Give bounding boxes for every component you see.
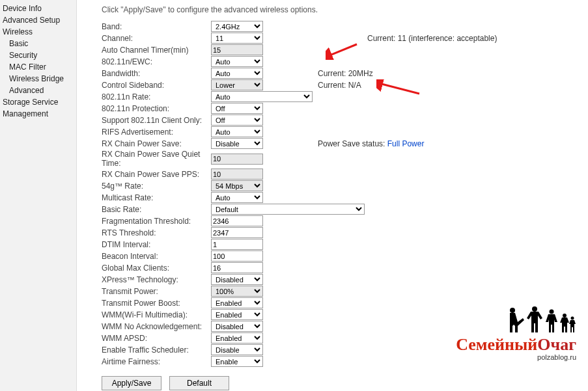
aux-bw: Current: 20MHz <box>318 69 373 78</box>
label-ctrlsb: Control Sideband: <box>102 81 211 90</box>
label-maxc: Global Max Clients: <box>102 263 211 273</box>
label-wmmap: WMM APSD: <box>102 334 211 343</box>
select-xpress[interactable]: Disabled <box>211 274 263 285</box>
label-frag: Fragmentation Threshold: <box>102 217 211 226</box>
input-frag[interactable] <box>211 215 263 226</box>
sidebar-item-storage-service[interactable]: Storage Service <box>0 96 76 108</box>
label-beacon: Beacon Interval: <box>102 252 211 261</box>
row-maxc: Global Max Clients: <box>102 262 578 273</box>
row-txpb: Transmit Power Boost:Enabled <box>102 297 578 308</box>
label-g54: 54g™ Rate: <box>102 182 211 191</box>
select-g54: 54 Mbps <box>211 180 263 191</box>
aux-channel: Current: 11 (interference: acceptable) <box>367 34 497 43</box>
label-wmmna: WMM No Acknowledgement: <box>102 322 211 331</box>
label-channel: Channel: <box>102 34 211 43</box>
label-rxps: RX Chain Power Save: <box>102 139 211 148</box>
input-rxpps <box>211 169 263 180</box>
default-button[interactable]: Default <box>169 376 229 390</box>
input-dtim[interactable] <box>211 239 263 250</box>
row-rxps: RX Chain Power Save:DisablePower Save st… <box>102 138 578 149</box>
input-maxc[interactable] <box>211 262 263 273</box>
sidebar-item-mac-filter[interactable]: MAC Filter <box>0 61 76 73</box>
sidebar-item-basic[interactable]: Basic <box>0 38 76 49</box>
sidebar-item-security[interactable]: Security <box>0 49 76 61</box>
label-rxpsq: RX Chain Power Save Quiet Time: <box>102 150 211 168</box>
label-rts: RTS Threshold: <box>102 228 211 237</box>
select-nprot[interactable]: Off <box>211 103 263 114</box>
row-rifs: RIFS Advertisement:Auto <box>102 126 578 137</box>
label-ewc: 802.11n/EWC: <box>102 57 211 66</box>
row-wmmna: WMM No Acknowledgement:Disabled <box>102 321 578 332</box>
select-ewc[interactable]: Auto <box>211 56 263 67</box>
sidebar-item-advanced[interactable]: Advanced <box>0 85 76 96</box>
select-txp: 100% <box>211 286 263 297</box>
row-ets: Enable Traffic Scheduler:Disable <box>102 344 578 355</box>
label-autochan: Auto Channel Timer(min) <box>102 46 211 55</box>
row-nprot: 802.11n Protection:Off <box>102 103 578 114</box>
row-nclient: Support 802.11n Client Only:Off <box>102 115 578 126</box>
label-brate: Basic Rate: <box>102 205 211 214</box>
input-beacon[interactable] <box>211 250 263 262</box>
select-wmmna[interactable]: Disabled <box>211 321 263 332</box>
main-panel: Click "Apply/Save" to configure the adva… <box>77 0 588 391</box>
label-txp: Transmit Power: <box>102 287 211 296</box>
sidebar-item-device-info[interactable]: Device Info <box>0 3 76 14</box>
select-rifs[interactable]: Auto <box>211 126 263 137</box>
select-nclient[interactable]: Off <box>211 115 263 126</box>
select-wmm[interactable]: Enabled <box>211 309 263 320</box>
apply-save-button[interactable]: Apply/Save <box>102 376 161 390</box>
sidebar-item-management[interactable]: Management <box>0 108 76 120</box>
row-bw: Bandwidth:AutoCurrent: 20MHz <box>102 68 578 79</box>
label-txpb: Transmit Power Boost: <box>102 299 211 308</box>
label-dtim: DTIM Interval: <box>102 240 211 249</box>
select-wmmap[interactable]: Enabled <box>211 332 263 344</box>
row-rts: RTS Threshold: <box>102 227 578 238</box>
select-txpb[interactable]: Enabled <box>211 297 263 308</box>
select-band[interactable]: 2.4GHz <box>211 21 263 32</box>
label-bw: Bandwidth: <box>102 69 211 78</box>
select-af[interactable]: Enable <box>211 356 263 367</box>
row-rxpps: RX Chain Power Save PPS: <box>102 169 578 180</box>
row-ctrlsb: Control Sideband:LowerCurrent: N/A <box>102 79 578 90</box>
input-rxpsq <box>211 154 263 165</box>
label-xpress: XPress™ Technology: <box>102 275 211 284</box>
row-rxpsq: RX Chain Power Save Quiet Time: <box>102 150 578 168</box>
label-rxpps: RX Chain Power Save PPS: <box>102 170 211 179</box>
row-band: Band:2.4GHz <box>102 21 578 32</box>
select-rxps[interactable]: Disable <box>211 138 263 149</box>
label-band: Band: <box>102 22 211 31</box>
label-af: Airtime Fairness: <box>102 357 211 366</box>
row-wmmap: WMM APSD:Enabled <box>102 332 578 344</box>
row-nrate: 802.11n Rate:Auto <box>102 91 578 102</box>
row-xpress: XPress™ Technology:Disabled <box>102 274 578 285</box>
input-autochan <box>211 44 263 55</box>
row-channel: Channel:11Current: 11 (interference: acc… <box>102 33 578 44</box>
select-brate[interactable]: Default <box>211 204 365 215</box>
row-af: Airtime Fairness:Enable <box>102 356 578 367</box>
select-mcast[interactable]: Auto <box>211 192 263 203</box>
label-wmm: WMM(Wi-Fi Multimedia): <box>102 310 211 319</box>
label-nrate: 802.11n Rate: <box>102 92 211 101</box>
label-nclient: Support 802.11n Client Only: <box>102 116 211 125</box>
link-rxps[interactable]: Full Power <box>387 139 425 148</box>
sidebar-item-wireless-bridge[interactable]: Wireless Bridge <box>0 73 76 85</box>
select-ets[interactable]: Disable <box>211 344 263 355</box>
select-channel[interactable]: 11 <box>211 33 263 44</box>
label-rifs: RIFS Advertisement: <box>102 128 211 137</box>
select-nrate[interactable]: Auto <box>211 91 313 102</box>
settings-form: Band:2.4GHzChannel:11Current: 11 (interf… <box>102 21 578 367</box>
row-brate: Basic Rate:Default <box>102 204 578 215</box>
row-g54: 54g™ Rate:54 Mbps <box>102 180 578 191</box>
row-mcast: Multicast Rate:Auto <box>102 192 578 203</box>
select-ctrlsb: Lower <box>211 79 263 90</box>
row-frag: Fragmentation Threshold: <box>102 215 578 226</box>
sidebar-item-advanced-setup[interactable]: Advanced Setup <box>0 14 76 26</box>
label-mcast: Multicast Rate: <box>102 193 211 202</box>
select-bw[interactable]: Auto <box>211 68 263 79</box>
input-rts[interactable] <box>211 227 263 238</box>
sidebar-item-wireless[interactable]: Wireless <box>0 26 76 38</box>
label-ets: Enable Traffic Scheduler: <box>102 345 211 355</box>
row-beacon: Beacon Interval: <box>102 250 578 262</box>
row-wmm: WMM(Wi-Fi Multimedia):Enabled <box>102 309 578 320</box>
intro-text: Click "Apply/Save" to configure the adva… <box>102 5 578 14</box>
